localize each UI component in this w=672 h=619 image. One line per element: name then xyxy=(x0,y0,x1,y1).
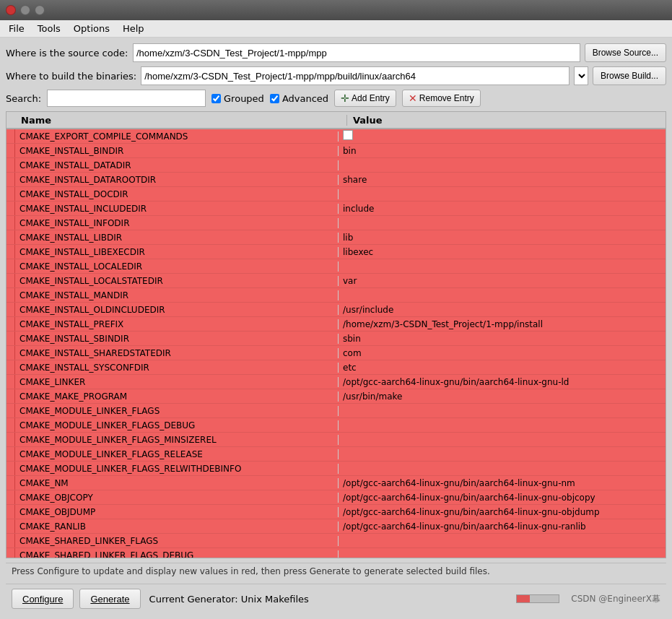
table-body[interactable]: CMAKE_EXPORT_COMPILE_COMMANDSCMAKE_INSTA… xyxy=(6,129,666,558)
configure-button[interactable]: Configure xyxy=(12,589,74,609)
row-strip xyxy=(6,519,15,533)
generator-label: Current Generator: Unix Makefiles xyxy=(149,594,309,605)
table-row[interactable]: CMAKE_MODULE_LINKER_FLAGS_RELWITHDEBINFO xyxy=(6,462,666,476)
minimize-button[interactable] xyxy=(20,5,30,15)
row-strip xyxy=(6,360,15,374)
cell-name: CMAKE_INSTALL_LIBEXECDIR xyxy=(15,247,339,257)
cell-name: CMAKE_OBJCOPY xyxy=(15,493,339,503)
row-strip xyxy=(6,230,15,244)
row-strip xyxy=(6,129,15,143)
table-row[interactable]: CMAKE_MODULE_LINKER_FLAGS xyxy=(6,404,666,418)
cell-name: CMAKE_SHARED_LINKER_FLAGS_DEBUG xyxy=(15,550,339,558)
table-row[interactable]: CMAKE_INSTALL_BINDIRbin xyxy=(6,144,666,158)
col-value-header: Value xyxy=(347,115,666,126)
row-strip xyxy=(6,548,15,558)
cell-value: /opt/gcc-aarch64-linux-gnu/bin/aarch64-l… xyxy=(339,377,666,387)
grouped-checkbox[interactable] xyxy=(211,94,221,103)
cell-name: CMAKE_SHARED_LINKER_FLAGS xyxy=(15,536,339,546)
cell-name: CMAKE_INSTALL_DATADIR xyxy=(15,160,339,170)
add-entry-button[interactable]: ✛ Add Entry xyxy=(334,90,396,107)
close-button[interactable] xyxy=(6,5,16,15)
menu-help[interactable]: Help xyxy=(117,22,150,35)
table-row[interactable]: CMAKE_INSTALL_DATAROOTDIRshare xyxy=(6,173,666,187)
grouped-checkbox-label[interactable]: Grouped xyxy=(211,93,264,104)
cell-name: CMAKE_INSTALL_INCLUDEDIR xyxy=(15,204,339,214)
col-name-header: Name xyxy=(15,115,347,126)
add-icon: ✛ xyxy=(341,92,349,104)
table-row[interactable]: CMAKE_SHARED_LINKER_FLAGS_DEBUG xyxy=(6,548,666,558)
table-row[interactable]: CMAKE_LINKER/opt/gcc-aarch64-linux-gnu/b… xyxy=(6,375,666,389)
table-row[interactable]: CMAKE_MODULE_LINKER_FLAGS_DEBUG xyxy=(6,418,666,433)
source-label: Where is the source code: xyxy=(6,48,128,59)
table-header: Name Value xyxy=(6,112,666,129)
table-row[interactable]: CMAKE_MODULE_LINKER_FLAGS_MINSIZEREL xyxy=(6,433,666,447)
table-row[interactable]: CMAKE_OBJDUMP/opt/gcc-aarch64-linux-gnu/… xyxy=(6,505,666,519)
row-strip xyxy=(6,346,15,360)
cell-name: CMAKE_MODULE_LINKER_FLAGS xyxy=(15,406,339,416)
table-row[interactable]: CMAKE_INSTALL_INCLUDEDIRinclude xyxy=(6,202,666,216)
cell-value: /usr/include xyxy=(339,305,666,315)
table-row[interactable]: CMAKE_OBJCOPY/opt/gcc-aarch64-linux-gnu/… xyxy=(6,490,666,505)
row-strip xyxy=(6,216,15,230)
cell-checkbox[interactable] xyxy=(343,130,353,140)
table-row[interactable]: CMAKE_RANLIB/opt/gcc-aarch64-linux-gnu/b… xyxy=(6,519,666,534)
browse-source-button[interactable]: Browse Source... xyxy=(585,43,666,62)
row-strip xyxy=(6,187,15,201)
maximize-button[interactable] xyxy=(35,5,45,15)
row-strip xyxy=(6,375,15,389)
table-row[interactable]: CMAKE_INSTALL_INFODIR xyxy=(6,216,666,230)
cell-name: CMAKE_INSTALL_DATAROOTDIR xyxy=(15,175,339,185)
advanced-checkbox-label[interactable]: Advanced xyxy=(270,93,328,104)
cell-name: CMAKE_INSTALL_BINDIR xyxy=(15,146,339,156)
row-strip xyxy=(6,259,15,273)
build-input[interactable] xyxy=(141,66,570,85)
table-row[interactable]: CMAKE_INSTALL_LIBDIRlib xyxy=(6,230,666,245)
search-label: Search: xyxy=(6,93,41,104)
table-row[interactable]: CMAKE_INSTALL_SBINDIRsbin xyxy=(6,332,666,346)
menu-tools[interactable]: Tools xyxy=(32,22,66,35)
remove-entry-button[interactable]: ✕ Remove Entry xyxy=(402,90,481,107)
menu-file[interactable]: File xyxy=(3,22,30,35)
build-dropdown[interactable] xyxy=(574,66,588,85)
row-strip xyxy=(6,288,15,302)
search-input[interactable] xyxy=(47,90,206,107)
build-label: Where to build the binaries: xyxy=(6,71,136,82)
cell-name: CMAKE_INSTALL_OLDINCLUDEDIR xyxy=(15,305,339,315)
table-row[interactable]: CMAKE_INSTALL_PREFIX/home/xzm/3-CSDN_Tes… xyxy=(6,317,666,332)
table-row[interactable]: CMAKE_INSTALL_DOCDIR xyxy=(6,187,666,202)
table-row[interactable]: CMAKE_INSTALL_OLDINCLUDEDIR/usr/include xyxy=(6,303,666,317)
table-row[interactable]: CMAKE_INSTALL_SYSCONFDIRetc xyxy=(6,360,666,375)
table-row[interactable]: CMAKE_SHARED_LINKER_FLAGS xyxy=(6,534,666,548)
table-row[interactable]: CMAKE_INSTALL_MANDIR xyxy=(6,288,666,303)
row-strip xyxy=(6,389,15,403)
table-row[interactable]: CMAKE_INSTALL_LIBEXECDIRlibexec xyxy=(6,245,666,259)
advanced-checkbox[interactable] xyxy=(270,94,279,103)
table-row[interactable]: CMAKE_INSTALL_LOCALSTATEDIRvar xyxy=(6,274,666,288)
remove-icon: ✕ xyxy=(409,92,417,104)
generate-button[interactable]: Generate xyxy=(79,589,140,609)
cell-value: /opt/gcc-aarch64-linux-gnu/bin/aarch64-l… xyxy=(339,507,666,517)
table-row[interactable]: CMAKE_EXPORT_COMPILE_COMMANDS xyxy=(6,129,666,144)
table-row[interactable]: CMAKE_INSTALL_SHAREDSTATEDIRcom xyxy=(6,346,666,360)
source-input[interactable] xyxy=(133,43,580,62)
row-strip xyxy=(6,245,15,259)
row-strip xyxy=(6,317,15,331)
menu-options[interactable]: Options xyxy=(68,22,115,35)
row-strip xyxy=(6,505,15,519)
cell-name: CMAKE_NM xyxy=(15,478,339,488)
cell-value xyxy=(339,130,666,142)
title-bar xyxy=(0,0,672,20)
browse-build-button[interactable]: Browse Build... xyxy=(593,66,666,85)
cell-name: CMAKE_INSTALL_PREFIX xyxy=(15,319,339,329)
cell-name: CMAKE_INSTALL_SHAREDSTATEDIR xyxy=(15,348,339,358)
row-strip xyxy=(6,462,15,475)
build-row: Where to build the binaries: Browse Buil… xyxy=(6,66,666,85)
table-row[interactable]: CMAKE_INSTALL_LOCALEDIR xyxy=(6,259,666,274)
table-row[interactable]: CMAKE_INSTALL_DATADIR xyxy=(6,158,666,173)
main-content: Where is the source code: Browse Source.… xyxy=(0,38,672,619)
table-row[interactable]: CMAKE_MAKE_PROGRAM/usr/bin/make xyxy=(6,389,666,404)
table-row[interactable]: CMAKE_MODULE_LINKER_FLAGS_RELEASE xyxy=(6,447,666,462)
cell-value: /opt/gcc-aarch64-linux-gnu/bin/aarch64-l… xyxy=(339,521,666,532)
cell-value: bin xyxy=(339,146,666,156)
table-row[interactable]: CMAKE_NM/opt/gcc-aarch64-linux-gnu/bin/a… xyxy=(6,476,666,490)
